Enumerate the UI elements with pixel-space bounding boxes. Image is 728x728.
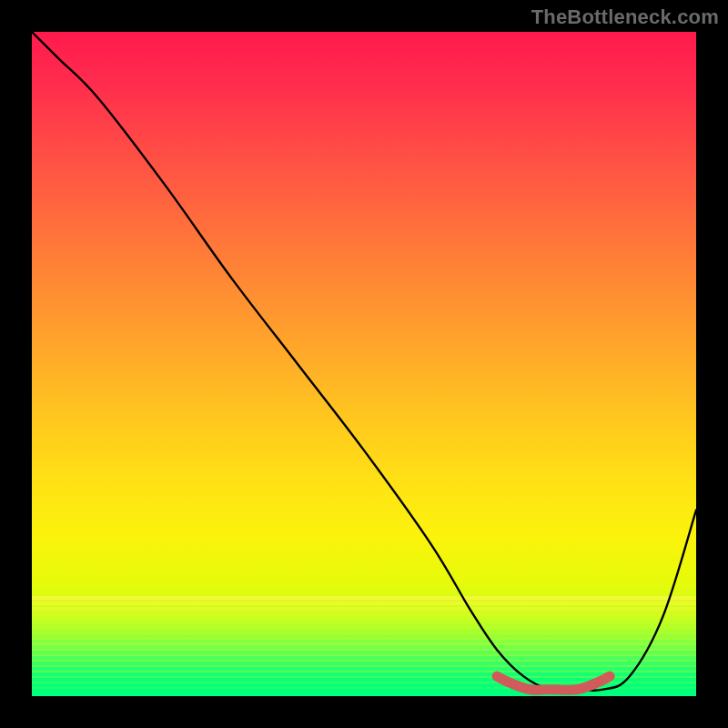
bottleneck-curve-path — [32, 32, 696, 691]
chart-frame: TheBottleneck.com — [0, 0, 728, 728]
chart-svg — [32, 32, 696, 696]
optimal-range-path — [497, 676, 610, 690]
plot-area — [32, 32, 696, 696]
watermark-text: TheBottleneck.com — [531, 5, 719, 29]
